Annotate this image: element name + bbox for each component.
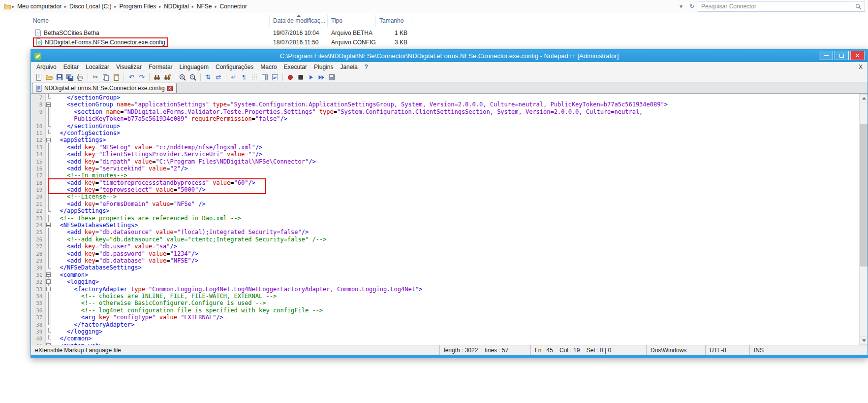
maximize-button[interactable]: [835, 51, 849, 60]
refresh-icon[interactable]: ↻: [686, 3, 698, 10]
playback-macro-icon[interactable]: [306, 72, 316, 82]
breadcrumb-item[interactable]: Disco Local (C:): [67, 1, 113, 11]
indent-guide-icon[interactable]: [249, 72, 259, 82]
fold-collapse-icon[interactable]: [46, 272, 51, 277]
menu-visualizar[interactable]: Visualizar: [113, 63, 145, 71]
code-line[interactable]: 41 <system.web>: [31, 342, 859, 345]
menu-linguagem[interactable]: Linguagem: [176, 63, 212, 71]
menu-?[interactable]: ?: [361, 63, 372, 71]
fold-collapse-icon[interactable]: [46, 287, 51, 291]
breadcrumb-arrow-icon[interactable]: ▸: [191, 4, 195, 9]
menu-executar[interactable]: Executar: [280, 63, 310, 71]
menu-janela[interactable]: Janela: [337, 63, 361, 71]
menu-macro[interactable]: Macro: [257, 63, 280, 71]
menu-arquivo[interactable]: Arquivo: [33, 63, 60, 71]
new-file-icon[interactable]: [34, 72, 44, 82]
code-line[interactable]: 7 </sectionGroup>: [31, 94, 859, 101]
vertical-scrollbar[interactable]: [859, 94, 868, 345]
open-folder-icon[interactable]: [44, 72, 54, 82]
code-line[interactable]: 15 <add key="dirpath" value="C:\Program …: [31, 158, 859, 165]
redo-icon[interactable]: ↷: [137, 72, 147, 82]
code-line[interactable]: 38 </factoryAdapter>: [31, 321, 859, 328]
menu-localizar[interactable]: Localizar: [82, 63, 113, 71]
file-row[interactable]: NDDigital.eForms.NFSe.Connector.exe.conf…: [30, 37, 868, 47]
zoom-in-icon[interactable]: [178, 72, 187, 82]
code-line[interactable]: PublicKeyToken=b77a5c561934e089" require…: [31, 115, 859, 122]
column-header-tamanho[interactable]: Tamanho: [376, 15, 412, 27]
code-line[interactable]: 35 <!-- otherwise BasicConfigurer.Config…: [31, 300, 859, 306]
code-line[interactable]: 12 <appSettings>: [31, 136, 859, 143]
word-wrap-icon[interactable]: ↵: [229, 72, 239, 82]
code-line[interactable]: 18 <add key="timetoreprocessstandbyproce…: [31, 179, 859, 186]
chevron-down-icon[interactable]: ▾: [676, 3, 686, 10]
code-line[interactable]: 31 <common>: [31, 271, 859, 278]
code-line[interactable]: 25 <add key="db.datasource" value="(loca…: [31, 229, 859, 235]
code-line[interactable]: 34 <!-- choices are INLINE, FILE, FILE-W…: [31, 293, 859, 300]
breadcrumb-item[interactable]: NFSe: [195, 1, 214, 11]
code-line[interactable]: 9 <section name="NDDigital.eForms.Valida…: [31, 108, 859, 115]
document-close-x-button[interactable]: X: [859, 64, 868, 70]
show-all-characters-icon[interactable]: ¶: [239, 72, 249, 82]
menu-formatar[interactable]: Formatar: [145, 63, 176, 71]
breadcrumb-arrow-icon[interactable]: ▸: [214, 4, 218, 9]
breadcrumb-item[interactable]: NDDigital: [162, 1, 191, 11]
minimize-button[interactable]: [819, 51, 833, 60]
breadcrumb-arrow-icon[interactable]: ▸: [113, 4, 117, 9]
save-icon[interactable]: [55, 72, 64, 82]
status-encoding[interactable]: UTF-8: [705, 345, 749, 355]
fold-collapse-icon[interactable]: [46, 102, 51, 107]
scrollbar-thumb[interactable]: [860, 124, 868, 267]
code-line[interactable]: 36 <!-- log4net configuration file is sp…: [31, 307, 859, 314]
code-line[interactable]: 14 <add key="ClientSettingsProvider.Serv…: [31, 151, 859, 158]
sync-horizontal-icon[interactable]: ⇄: [214, 72, 223, 82]
column-header-data-de-modificacao[interactable]: Data de modificaç...: [270, 15, 328, 27]
menu-configuraes[interactable]: Configurações: [212, 63, 257, 71]
stop-record-icon[interactable]: [296, 72, 306, 82]
code-line[interactable]: 29 <add key="db.database" value="NFSE"/>: [31, 257, 859, 264]
doc-map-icon[interactable]: [260, 72, 270, 82]
run-macro-multiple-icon[interactable]: [316, 72, 326, 82]
code-line[interactable]: 37 <arg key="configType" value="EXTERNAL…: [31, 314, 859, 321]
code-line[interactable]: 23 <!-- These properties are referenced …: [31, 215, 859, 222]
code-line[interactable]: 16 <add key="servicekind" value="2"/>: [31, 165, 859, 172]
code-line[interactable]: 33 <factoryAdapter type="Common.Logging.…: [31, 286, 859, 293]
fold-collapse-icon[interactable]: [46, 279, 51, 284]
fold-collapse-icon[interactable]: [46, 343, 51, 345]
editor[interactable]: 7 </sectionGroup>8 <sectionGroup name="a…: [31, 94, 859, 345]
file-list[interactable]: BethaSCCities.Betha19/07/2016 10:04Arqui…: [30, 28, 868, 47]
fold-collapse-icon[interactable]: [46, 138, 51, 142]
replace-icon[interactable]: [162, 72, 172, 82]
record-macro-icon[interactable]: [285, 72, 295, 82]
breadcrumb-item[interactable]: Connector: [218, 1, 249, 11]
code-line[interactable]: 28 <add key="db.password" value="1234"/>: [31, 250, 859, 257]
close-button[interactable]: ×: [850, 51, 865, 60]
breadcrumb-arrow-icon[interactable]: ▸: [11, 4, 15, 9]
code-line[interactable]: 11 </configSections>: [31, 130, 859, 136]
code-line[interactable]: 24 <NFSeDatabaseSettings>: [31, 222, 859, 229]
save-all-icon[interactable]: [65, 72, 75, 82]
tab-config-file[interactable]: NDDigital.eForms.NFSe.Connector.exe.conf…: [32, 83, 177, 93]
scroll-up-button[interactable]: [860, 94, 868, 102]
code-line[interactable]: 20 <!--License-->: [31, 193, 859, 200]
code-line[interactable]: 40 </common>: [31, 335, 859, 342]
code-line[interactable]: 8 <sectionGroup name="applicationSetting…: [31, 101, 859, 108]
code-line[interactable]: 13 <add key="NFSeLog" value="c:/nddtemp/…: [31, 144, 859, 151]
menu-plugins[interactable]: Plugins: [310, 63, 337, 71]
code-line[interactable]: 39 </logging>: [31, 328, 859, 335]
search-input[interactable]: [698, 3, 852, 10]
code-line[interactable]: 26 <!--add key="db.datasource" value="ct…: [31, 236, 859, 243]
sync-vertical-icon[interactable]: ⇅: [203, 72, 213, 82]
breadcrumb-item[interactable]: Meu computador: [15, 1, 63, 11]
function-list-icon[interactable]: [270, 72, 280, 82]
cut-icon[interactable]: ✂: [91, 72, 100, 82]
tab-close-icon[interactable]: [167, 86, 173, 91]
breadcrumb-item[interactable]: Program Files: [117, 1, 158, 11]
fold-collapse-icon[interactable]: [46, 223, 51, 227]
copy-icon[interactable]: [101, 72, 111, 82]
code-line[interactable]: 30 </NFSeDatabaseSettings>: [31, 264, 859, 271]
title-bar[interactable]: C:\Program Files\NDDigital\NFSe\Connecto…: [31, 50, 868, 62]
zoom-out-icon[interactable]: [188, 72, 198, 82]
paste-icon[interactable]: [111, 72, 121, 82]
menu-editar[interactable]: Editar: [60, 63, 82, 71]
code-line[interactable]: 27 <add key="db.user" value="sa"/>: [31, 243, 859, 250]
